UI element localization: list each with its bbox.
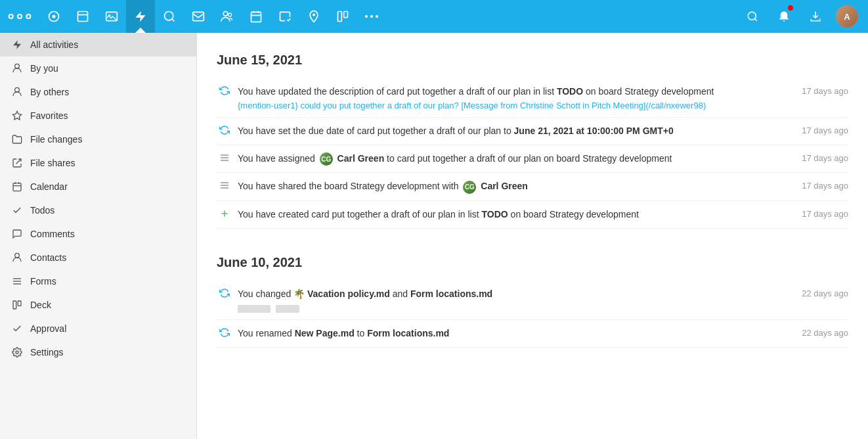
activity-text: You have updated the description of card… [238, 85, 791, 99]
sidebar-item-file-shares[interactable]: File shares [0, 151, 196, 175]
activity-content: You changed 🌴 Vacation policy.md and For… [232, 287, 791, 313]
activity-item: You changed 🌴 Vacation policy.md and For… [217, 281, 848, 320]
activity-time: 17 days ago [791, 124, 848, 135]
refresh-icon-2 [217, 125, 232, 135]
nav-mail[interactable] [184, 0, 213, 33]
nav-more[interactable] [357, 0, 386, 33]
activity-text: You have set the due date of card put to… [238, 124, 791, 138]
svg-point-15 [228, 13, 232, 16]
svg-point-20 [365, 15, 368, 18]
sidebar-item-label: Approval [30, 323, 66, 334]
topbar: A [0, 0, 868, 33]
sidebar-item-forms[interactable]: Forms [0, 269, 196, 293]
plus-icon [217, 208, 232, 219]
activity-text: You have assigned CG Carl Green to card … [238, 152, 791, 166]
date-header-june15: June 15, 2021 [217, 53, 848, 68]
section-gap [217, 229, 848, 248]
activity-time: 17 days ago [791, 179, 848, 191]
activity-time: 17 days ago [791, 85, 848, 96]
notifications-button[interactable] [770, 0, 798, 33]
activity-text: You renamed New Page.md to Form location… [238, 327, 791, 340]
contacts-icon [11, 252, 24, 263]
svg-marker-24 [13, 40, 21, 49]
star-icon [11, 110, 24, 121]
sidebar-item-label: File changes [30, 134, 82, 145]
activity-item: You have assigned CG Carl Green to card … [217, 145, 848, 173]
sidebar-item-calendar[interactable]: Calendar [0, 175, 196, 198]
activity-sub-text: {mention-user1} could you put together a… [238, 101, 791, 110]
sidebar-item-approval[interactable]: Approval [0, 317, 196, 340]
svg-point-23 [748, 12, 756, 20]
sidebar-item-label: Forms [30, 276, 56, 287]
sidebar-item-by-you[interactable]: By you [0, 57, 196, 80]
user-avatar: A [836, 5, 858, 28]
svg-point-3 [10, 15, 12, 18]
sidebar: All activities By you By others Favorite… [0, 33, 197, 439]
svg-rect-13 [193, 12, 204, 20]
user-avatar-carl: CG [320, 152, 333, 166]
svg-point-17 [313, 13, 315, 16]
sidebar-item-comments[interactable]: Comments [0, 222, 196, 246]
sidebar-item-deck[interactable]: Deck [0, 293, 196, 317]
download-button[interactable] [801, 0, 830, 33]
svg-point-22 [376, 15, 378, 18]
nav-photos[interactable] [97, 0, 126, 33]
activity-time: 22 days ago [791, 327, 848, 338]
nav-contacts[interactable] [213, 0, 242, 33]
sidebar-item-label: Comments [30, 229, 75, 239]
person-icon-2 [11, 87, 24, 97]
nav-files[interactable] [68, 0, 97, 33]
sidebar-item-todos[interactable]: Todos [0, 198, 196, 222]
svg-rect-19 [344, 12, 348, 18]
activity-content: You renamed New Page.md to Form location… [232, 327, 791, 340]
refresh-icon [217, 85, 232, 96]
sidebar-item-label: Deck [30, 300, 51, 310]
sidebar-item-by-others[interactable]: By others [0, 80, 196, 104]
sidebar-item-settings[interactable]: Settings [0, 340, 196, 364]
user-avatar-carl-2: CG [463, 181, 476, 194]
deck-icon [11, 300, 24, 310]
assign-icon [217, 152, 232, 163]
approval-icon [11, 323, 24, 334]
user-menu-button[interactable]: A [833, 0, 861, 33]
svg-point-25 [15, 64, 20, 68]
topbar-nav [39, 0, 738, 33]
svg-rect-33 [13, 301, 16, 309]
nav-search[interactable] [155, 0, 184, 33]
file-preview [238, 305, 791, 313]
svg-point-14 [223, 12, 228, 16]
activity-item: You have shared the board Strategy devel… [217, 173, 848, 200]
list-icon [11, 276, 24, 287]
sidebar-item-all-activities[interactable]: All activities [0, 33, 196, 57]
nav-activity[interactable] [126, 0, 155, 33]
activity-content: You have shared the board Strategy devel… [232, 179, 791, 193]
main-layout: All activities By you By others Favorite… [0, 33, 868, 439]
nav-maps[interactable] [299, 0, 328, 33]
global-search-button[interactable] [738, 0, 767, 33]
content-area: June 15, 2021 You have updated the descr… [197, 33, 868, 439]
settings-icon [11, 347, 24, 358]
sidebar-item-label: Settings [30, 347, 64, 358]
date-header-june10: June 10, 2021 [217, 255, 848, 270]
file-preview-bar-1 [238, 305, 271, 313]
nav-calendar[interactable] [242, 0, 271, 33]
sidebar-item-label: By you [30, 63, 58, 74]
calendar-icon [11, 181, 24, 192]
svg-point-35 [16, 351, 18, 354]
activity-item: You have updated the description of card… [217, 78, 848, 118]
nav-deck[interactable] [328, 0, 357, 33]
svg-rect-8 [78, 12, 88, 22]
share-icon [11, 158, 24, 168]
sidebar-item-label: Calendar [30, 181, 68, 192]
nav-notes[interactable] [271, 0, 299, 33]
sidebar-item-favorites[interactable]: Favorites [0, 104, 196, 127]
sidebar-item-file-changes[interactable]: File changes [0, 127, 196, 151]
app-logo[interactable] [7, 9, 33, 24]
svg-rect-16 [251, 12, 261, 22]
svg-point-12 [165, 12, 173, 20]
nav-home[interactable] [39, 0, 68, 33]
check-icon [11, 205, 24, 216]
activity-content: You have set the due date of card put to… [232, 124, 791, 138]
activity-item: You have created card put together a dra… [217, 201, 848, 229]
sidebar-item-contacts[interactable]: Contacts [0, 246, 196, 269]
